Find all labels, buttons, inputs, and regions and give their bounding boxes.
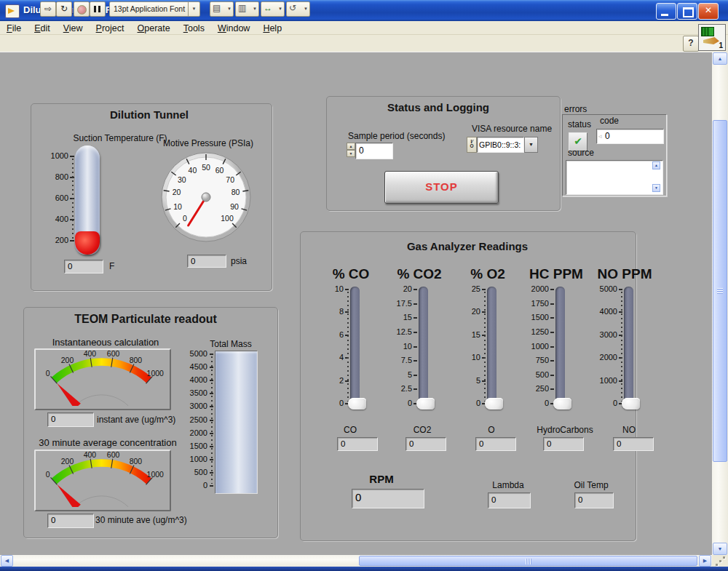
slider-track-o[interactable] <box>487 287 496 409</box>
svg-text:100: 100 <box>221 214 234 223</box>
avg-ave-field[interactable]: 0 <box>47 514 94 528</box>
visa-resource-input[interactable]: GPIB0::9::3: <box>477 137 524 153</box>
total-mass-label: Total Mass <box>198 339 264 349</box>
stop-button[interactable]: STOP <box>384 171 499 204</box>
vertical-scrollbar-thumb[interactable] <box>713 120 727 462</box>
align-objects-button[interactable]: ▤▼ <box>210 1 234 17</box>
scroll-up-button[interactable]: ▲ <box>713 52 727 65</box>
suction-temperature-field[interactable]: 0 <box>64 260 103 273</box>
distribute-objects-icon: ▥ <box>238 3 246 13</box>
scale-tick <box>550 289 554 290</box>
error-code-field[interactable]: ◃ 0 <box>596 129 664 144</box>
motive-pressure-field[interactable]: 0 <box>187 255 226 268</box>
sample-period-spinner[interactable]: ▲ ▼ <box>347 143 355 158</box>
field-label-no: NO <box>596 425 662 435</box>
scale-tick <box>550 346 554 348</box>
oil-temp-field[interactable]: 0 <box>574 492 614 508</box>
scale-tick <box>414 317 417 319</box>
menu-item-operate[interactable]: Operate <box>131 23 177 33</box>
field-o[interactable]: 0 <box>475 437 516 451</box>
spin-down-icon[interactable]: ▼ <box>347 150 355 157</box>
gauge-unit-label: psia <box>231 256 247 266</box>
svg-text:1000: 1000 <box>147 370 164 378</box>
slider-thumb-co[interactable] <box>348 398 366 410</box>
svg-text:200: 200 <box>61 356 74 364</box>
slider-track-no[interactable] <box>624 287 633 409</box>
menu-item-tools[interactable]: Tools <box>177 23 211 33</box>
slider-track-co[interactable] <box>350 287 360 409</box>
reorder-button[interactable]: ↺▼ <box>286 1 310 17</box>
menu-item-view[interactable]: View <box>57 23 90 33</box>
field-hydrocarbons[interactable]: 0 <box>543 437 584 451</box>
maximize-button[interactable] <box>677 3 697 20</box>
abort-button[interactable] <box>74 1 90 17</box>
menu-item-edit[interactable]: Edit <box>28 23 57 33</box>
scroll-down-button[interactable]: ▼ <box>713 543 727 555</box>
menu-item-project[interactable]: Project <box>90 23 131 33</box>
slider-thumb-no[interactable] <box>622 398 640 410</box>
menu-item-help[interactable]: Help <box>256 23 288 33</box>
run-continuous-button[interactable]: ↻ <box>56 1 72 17</box>
resize-grip[interactable] <box>712 555 728 567</box>
scale-tick-label: 1000 <box>39 151 68 161</box>
scale-tick-label: 20 <box>383 284 412 294</box>
instant-ave-field[interactable]: 0 <box>47 412 94 427</box>
font-selector[interactable]: 13pt Application Font ▼ <box>109 1 200 17</box>
scale-tick <box>210 354 213 355</box>
motive-pressure-gauge[interactable]: 0102030405060708090100 <box>160 151 252 243</box>
total-mass-tank[interactable] <box>215 351 258 494</box>
error-code-label: code <box>600 116 619 126</box>
field-label-hydrocarbons: HydroCarbons <box>532 425 598 435</box>
rpm-label: RPM <box>356 473 407 485</box>
menu-item-file[interactable]: File <box>0 23 28 33</box>
slider-thumb-o[interactable] <box>485 398 503 410</box>
error-source-field[interactable] <box>566 160 663 195</box>
context-help-button[interactable]: ? <box>683 36 699 52</box>
svg-text:0: 0 <box>46 370 50 378</box>
lambda-field[interactable]: 0 <box>488 492 531 508</box>
svg-text:90: 90 <box>230 202 239 211</box>
instant-meter[interactable]: 02004006008001000 <box>34 348 171 410</box>
distribute-objects-button[interactable]: ▥▼ <box>235 1 259 17</box>
pause-button[interactable] <box>90 1 106 17</box>
sample-period-input[interactable]: 0 <box>355 143 393 159</box>
slider-track-co2[interactable] <box>419 287 428 409</box>
run-button[interactable]: ⇨ <box>40 1 56 17</box>
menu-item-window[interactable]: Window <box>211 23 256 33</box>
vi-icon-number: 1 <box>719 41 723 49</box>
rpm-field[interactable]: 0 <box>352 489 424 508</box>
field-label-co: CO <box>317 425 383 435</box>
avg-meter[interactable]: 02004006008001000 <box>34 450 171 511</box>
source-scroll-up[interactable]: ▲ <box>652 161 660 169</box>
scroll-left-button[interactable]: ◀ <box>1 555 13 567</box>
scale-tick <box>70 240 74 241</box>
status-logging-title: Status and Logging <box>362 101 515 113</box>
scroll-right-button[interactable]: ▶ <box>699 555 711 567</box>
visa-dropdown-button[interactable]: ▼ <box>524 137 538 153</box>
resize-objects-button[interactable]: ↔▼ <box>261 1 285 17</box>
spin-up-icon[interactable]: ▲ <box>347 143 355 150</box>
field-co[interactable]: 0 <box>337 437 378 451</box>
scale-tick-label: 2500 <box>178 415 207 425</box>
error-source-label: source <box>568 148 594 158</box>
slider-thumb-co2[interactable] <box>416 398 435 410</box>
slider-thumb-hydrocarbons[interactable] <box>553 398 571 410</box>
scale-tick-label: 12.5 <box>383 327 412 337</box>
minimize-button[interactable] <box>656 3 676 20</box>
close-button[interactable]: ✕ <box>698 3 719 20</box>
scale-minor-ticks <box>347 292 349 402</box>
scale-tick-label: 2000 <box>588 353 617 362</box>
scale-tick-label: 0 <box>451 399 480 408</box>
field-no[interactable]: 0 <box>613 437 654 451</box>
scale-tick <box>414 332 417 333</box>
vi-icon-badge[interactable]: 1 <box>698 24 726 51</box>
toolbar <box>0 35 728 53</box>
slider-track-hydrocarbons[interactable] <box>555 287 565 409</box>
scale-tick <box>210 485 213 487</box>
field-co2[interactable]: 0 <box>405 437 446 451</box>
scale-tick-label: 10 <box>314 284 344 294</box>
source-scroll-down[interactable]: ▼ <box>652 184 660 192</box>
svg-text:0: 0 <box>183 214 187 223</box>
horizontal-scrollbar-thumb[interactable] <box>359 556 697 566</box>
slider-header-hydrocarbons: HC PPM <box>522 266 590 282</box>
